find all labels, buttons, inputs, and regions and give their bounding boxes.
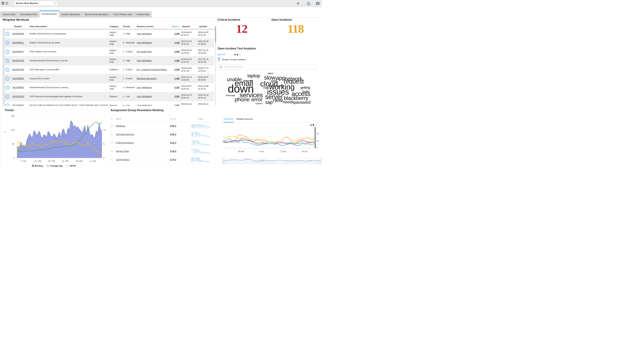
star-icon[interactable]: ☆ bbox=[110, 150, 116, 153]
cloud-word[interactable]: phone bbox=[235, 97, 250, 102]
resolution-value-link[interactable]: 3.76 d bbox=[170, 158, 176, 161]
cloud-word[interactable]: sap bbox=[265, 100, 272, 104]
search-input[interactable] bbox=[224, 66, 316, 68]
incident-number-link[interactable]: INC0008492 bbox=[12, 86, 24, 89]
score-link[interactable]: 2,300 bbox=[174, 77, 180, 80]
group-name-link[interactable]: Technical Services bbox=[116, 133, 134, 136]
business-service-link[interactable]: EU - Customer Purchase History bbox=[137, 68, 167, 71]
business-service-link[interactable]: User Verification bbox=[137, 60, 152, 62]
col-business-service[interactable]: Business service bbox=[136, 25, 168, 29]
table-scrollbar-thumb[interactable] bbox=[215, 26, 216, 42]
col-short-description[interactable]: Short Description bbox=[29, 25, 109, 29]
dashboard-selector[interactable]: Service Desk Workers ▼ bbox=[14, 1, 57, 6]
tab-incident-map[interactable]: Incident Map bbox=[134, 11, 152, 18]
col-priority[interactable]: Priority bbox=[122, 25, 136, 29]
share-icon[interactable] bbox=[306, 1, 311, 6]
resolution-value-link[interactable]: 3.28 d bbox=[170, 150, 176, 152]
score-link[interactable]: 2,201 bbox=[174, 104, 180, 106]
incident-number-link[interactable]: INC0007315 bbox=[12, 60, 24, 62]
tab-service-desk-operations[interactable]: Service Desk Operations bbox=[82, 11, 111, 18]
resolution-value-link[interactable]: 3.03 d bbox=[170, 141, 176, 144]
incident-number-link[interactable]: INC0006911 bbox=[12, 42, 24, 44]
tab-servicedesk-kpis[interactable]: Servicedesk KPIs bbox=[18, 11, 40, 18]
star-icon[interactable]: ☆ bbox=[110, 124, 116, 128]
ranking-col-name[interactable]: Name bbox=[116, 118, 160, 120]
legend-mttr[interactable]: MTTR bbox=[66, 165, 76, 167]
score-link[interactable]: 2,400 bbox=[174, 33, 180, 35]
navigator-right-handle[interactable]: || bbox=[320, 159, 321, 164]
info-icon[interactable]: i bbox=[6, 41, 10, 45]
incident-number-link[interactable]: INC0006747 bbox=[12, 51, 24, 53]
incident-number-link[interactable]: INC0009261 bbox=[12, 77, 24, 80]
col-opened[interactable]: Opened bbox=[180, 25, 197, 29]
cloud-word[interactable]: getting bbox=[300, 86, 310, 89]
business-service-link[interactable]: User Verification bbox=[137, 86, 152, 89]
star-icon[interactable]: ☆ bbox=[110, 158, 116, 161]
info-icon[interactable]: i bbox=[6, 50, 10, 54]
word-cloud-search[interactable] bbox=[218, 64, 318, 70]
app-grid-icon[interactable] bbox=[6, 2, 8, 5]
trend-step-back-icon[interactable]: ◀ bbox=[310, 124, 312, 126]
info-icon[interactable]: i bbox=[6, 95, 10, 99]
filter-row[interactable]: Number of open incidents bbox=[218, 58, 246, 61]
cloud-word[interactable]: error bbox=[252, 97, 262, 102]
info-icon[interactable]: i bbox=[6, 32, 10, 36]
col-number[interactable]: Number bbox=[12, 25, 29, 29]
hamburger-menu-icon[interactable] bbox=[2, 2, 4, 5]
navigator-left-handle[interactable]: || bbox=[222, 159, 224, 164]
business-service-link[interactable]: User Verification bbox=[137, 42, 152, 44]
date-selector[interactable]: April 20 bbox=[218, 53, 225, 56]
ranking-col-trend[interactable]: Trend bbox=[198, 118, 203, 120]
step-back-icon[interactable]: ◀ bbox=[234, 53, 236, 56]
incident-number-link[interactable]: INC0009887 bbox=[12, 104, 24, 106]
info-icon[interactable]: i bbox=[6, 77, 10, 81]
group-name-link[interactable]: Database bbox=[116, 125, 125, 127]
legend-backlog[interactable]: Backlog bbox=[32, 165, 43, 167]
cloud-word[interactable]: scanner bbox=[255, 103, 262, 104]
cloud-word[interactable]: needs bbox=[283, 100, 294, 104]
business-service-link[interactable]: User Verification bbox=[137, 33, 152, 35]
incident-number-link[interactable]: INC0007365 bbox=[12, 68, 24, 71]
score-link[interactable]: 2,300 bbox=[174, 51, 180, 53]
tab-prioritized-work[interactable]: Prioritized Work bbox=[40, 11, 59, 18]
trend-navigator[interactable] bbox=[223, 158, 320, 164]
score-link[interactable]: 2,300 bbox=[174, 68, 180, 71]
incident-number-link[interactable]: INC0010285 bbox=[12, 95, 24, 98]
trend-step-forward-icon[interactable]: ▶ bbox=[315, 124, 318, 126]
step-forward-icon[interactable]: ▶ bbox=[239, 53, 242, 56]
incident-number-link[interactable]: INC0008265 bbox=[12, 33, 24, 35]
time-slider-bar[interactable] bbox=[315, 127, 316, 148]
business-service-link[interactable]: User Verification bbox=[137, 95, 152, 98]
legend-average-age[interactable]: Average Age bbox=[47, 165, 62, 167]
add-icon[interactable] bbox=[296, 1, 300, 6]
group-name-link[interactable]: Service Desk bbox=[116, 150, 129, 152]
cloud-word[interactable]: laptop bbox=[248, 74, 260, 78]
col-score-sorted[interactable]: Score ▼ bbox=[168, 25, 180, 29]
trend-play-icon[interactable]: ◆ bbox=[312, 123, 315, 126]
info-icon[interactable]: i bbox=[6, 104, 10, 106]
group-name-link[interactable]: ITSM Engineering bbox=[116, 141, 134, 144]
tab-cross-process-view[interactable]: Cross Process view bbox=[111, 11, 134, 18]
table-scrollbar[interactable] bbox=[215, 26, 216, 105]
cloud-word[interactable]: new bbox=[273, 98, 283, 103]
tab-trend-line[interactable]: Trend line bbox=[223, 118, 233, 120]
star-icon[interactable]: ☆ bbox=[110, 133, 116, 136]
business-service-link[interactable]: UK Loyalty Club bbox=[137, 51, 152, 53]
tab-service-desk[interactable]: Service Desk bbox=[0, 11, 18, 18]
info-icon[interactable]: i bbox=[6, 86, 10, 90]
group-name-link[interactable]: LDAP Admins bbox=[116, 158, 130, 161]
resolution-value-link[interactable]: 2.96 d bbox=[170, 133, 176, 136]
star-icon[interactable]: ☆ bbox=[110, 141, 116, 144]
cloud-word[interactable]: password bbox=[294, 101, 311, 104]
info-icon[interactable]: i bbox=[6, 59, 10, 63]
score-link[interactable]: 2,310 bbox=[174, 42, 180, 44]
col-category[interactable]: Category bbox=[109, 25, 122, 29]
score-link[interactable]: 2,300 bbox=[174, 60, 180, 62]
score-link[interactable]: 2,210 bbox=[174, 86, 180, 89]
business-service-link[interactable]: Electronic Messaging bbox=[137, 77, 156, 80]
resolution-value-link[interactable]: 0.98 d bbox=[170, 125, 176, 127]
play-icon[interactable]: ◆ bbox=[236, 53, 239, 56]
star-icon[interactable]: ☆ bbox=[110, 117, 116, 120]
score-link[interactable]: 2,201 bbox=[174, 95, 180, 98]
settings-sliders-icon[interactable] bbox=[316, 1, 320, 6]
